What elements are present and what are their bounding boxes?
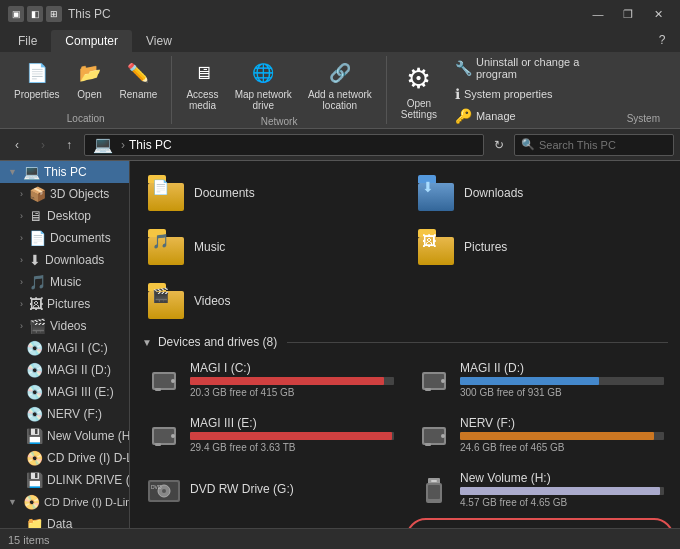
search-box[interactable]: 🔍 xyxy=(514,134,674,156)
back-button[interactable]: ‹ xyxy=(6,134,28,156)
rename-label: Rename xyxy=(120,89,158,100)
desktop-chevron: › xyxy=(20,211,23,221)
sidebar-item-downloads[interactable]: › ⬇ Downloads xyxy=(0,249,129,271)
drive-magie[interactable]: MAGI III (E:) 29.4 GB free of 3.63 TB xyxy=(138,410,402,459)
thispc-icon: 💻 xyxy=(23,164,40,180)
access-media-label: Accessmedia xyxy=(186,89,218,111)
drive-dvd[interactable]: DVD DVD RW Drive (G:) xyxy=(138,465,402,514)
folder-videos[interactable]: 🎬 Videos xyxy=(138,277,402,325)
drive-magie-info: MAGI III (E:) 29.4 GB free of 3.63 TB xyxy=(190,416,394,453)
title-controls[interactable]: — ❐ ✕ xyxy=(584,0,672,28)
help-icon[interactable]: ? xyxy=(652,30,672,50)
sidebar-item-videos[interactable]: › 🎬 Videos xyxy=(0,315,129,337)
drive-nervf[interactable]: NERV (F:) 24.6 GB free of 465 GB xyxy=(408,410,672,459)
svg-point-14 xyxy=(441,434,445,438)
folder-downloads[interactable]: ⬇ Downloads xyxy=(408,169,672,217)
devices-chevron[interactable]: ▼ xyxy=(142,337,152,348)
magie-icon: 💿 xyxy=(26,384,43,400)
svg-rect-15 xyxy=(425,443,431,446)
search-input[interactable] xyxy=(539,139,667,151)
sidebar-item-newvol[interactable]: 💾 New Volume (H: xyxy=(0,425,129,447)
close-button[interactable]: ✕ xyxy=(644,0,672,28)
folder-music-name: Music xyxy=(194,240,225,254)
properties-button[interactable]: 📄 Properties xyxy=(8,56,66,103)
drive-newvol-info: New Volume (H:) 4.57 GB free of 4.65 GB xyxy=(460,471,664,508)
downloads-chevron: › xyxy=(20,255,23,265)
tab-computer[interactable]: Computer xyxy=(51,30,132,52)
map-network-drive-icon: 🌐 xyxy=(249,59,277,87)
app-icon-2: ◧ xyxy=(27,6,43,22)
drive-magic-fill xyxy=(190,377,384,385)
svg-rect-7 xyxy=(425,388,431,391)
sidebar-item-documents[interactable]: › 📄 Documents xyxy=(0,227,129,249)
drive-magic[interactable]: MAGI I (C:) 20.3 GB free of 415 GB xyxy=(138,355,402,404)
magic-icon: 💿 xyxy=(26,340,43,356)
nervf-icon: 💿 xyxy=(26,406,43,422)
drive-magie-fill xyxy=(190,432,392,440)
sidebar-item-magic[interactable]: 💿 MAGI I (C:) xyxy=(0,337,129,359)
open-settings-button[interactable]: ⚙ OpenSettings xyxy=(395,57,443,123)
sidebar-item-pictures[interactable]: › 🖼 Pictures xyxy=(0,293,129,315)
drive-dlink[interactable]: DLINK DRIVE (J:) 58.4 GB free of 58.5 GB xyxy=(408,520,672,528)
drive-magid-space: 300 GB free of 931 GB xyxy=(460,387,664,398)
folder-videos-name: Videos xyxy=(194,294,230,308)
access-media-button[interactable]: 🖥 Accessmedia xyxy=(180,56,224,114)
sidebar-item-nervf[interactable]: 💿 NERV (F:) xyxy=(0,403,129,425)
folder-documents[interactable]: 📄 Documents xyxy=(138,169,402,217)
manage-label: Manage xyxy=(476,110,516,122)
tab-view[interactable]: View xyxy=(132,30,186,52)
uninstall-button[interactable]: 🔧 Uninstall or change a program xyxy=(451,54,619,82)
minimize-button[interactable]: — xyxy=(584,0,612,28)
pictures-label: Pictures xyxy=(47,297,90,311)
up-button[interactable]: ↑ xyxy=(58,134,80,156)
sidebar-item-dlink[interactable]: 💾 DLINK DRIVE (J: xyxy=(0,469,129,491)
pictures-icon: 🖼 xyxy=(29,296,43,312)
sidebar-item-data[interactable]: 📁 Data xyxy=(0,513,129,528)
ribbon-group-system: ⚙ OpenSettings 🔧 Uninstall or change a p… xyxy=(395,56,668,124)
sidebar-item-cddrive2[interactable]: ▼ 📀 CD Drive (I) D-Lin xyxy=(0,491,129,513)
sidebar-item-3dobjects[interactable]: › 📦 3D Objects xyxy=(0,183,129,205)
folder-pictures[interactable]: 🖼 Pictures xyxy=(408,223,672,271)
refresh-button[interactable]: ↻ xyxy=(488,134,510,156)
map-network-drive-button[interactable]: 🌐 Map networkdrive xyxy=(229,56,298,114)
music-label: Music xyxy=(50,275,81,289)
svg-point-2 xyxy=(171,379,175,383)
folder-pictures-name: Pictures xyxy=(464,240,507,254)
ribbon: 📄 Properties 📂 Open ✏️ Rename Location 🖥… xyxy=(0,52,680,129)
drive-magie-progress xyxy=(190,432,394,440)
add-network-location-label: Add a networklocation xyxy=(308,89,372,111)
svg-point-19 xyxy=(162,489,166,493)
sidebar-item-desktop[interactable]: › 🖥 Desktop xyxy=(0,205,129,227)
cddrive2-chevron: ▼ xyxy=(8,497,17,507)
drive-magic-info: MAGI I (C:) 20.3 GB free of 415 GB xyxy=(190,361,394,398)
rename-button[interactable]: ✏️ Rename xyxy=(114,56,164,103)
sidebar-item-thispc[interactable]: ▼ 💻 This PC xyxy=(0,161,129,183)
drive-magie-space: 29.4 GB free of 3.63 TB xyxy=(190,442,394,453)
newvol-label: New Volume (H: xyxy=(47,429,129,443)
sidebar-item-music[interactable]: › 🎵 Music xyxy=(0,271,129,293)
maximize-button[interactable]: ❐ xyxy=(614,0,642,28)
rename-icon: ✏️ xyxy=(124,59,152,87)
add-network-location-button[interactable]: 🔗 Add a networklocation xyxy=(302,56,378,114)
thispc-label: This PC xyxy=(44,165,87,179)
drive-magid-progress xyxy=(460,377,664,385)
manage-button[interactable]: 🔑 Manage xyxy=(451,106,619,126)
sidebar: ▼ 💻 This PC › 📦 3D Objects › 🖥 Desktop ›… xyxy=(0,161,130,528)
3dobjects-chevron: › xyxy=(20,189,23,199)
tab-file[interactable]: File xyxy=(4,30,51,52)
svg-rect-11 xyxy=(155,443,161,446)
sidebar-item-cddrive[interactable]: 📀 CD Drive (I) D-L xyxy=(0,447,129,469)
address-path[interactable]: 💻 › This PC xyxy=(84,134,484,156)
sidebar-item-magie[interactable]: 💿 MAGI III (E:) xyxy=(0,381,129,403)
desktop-icon: 🖥 xyxy=(29,208,43,224)
sidebar-item-magid[interactable]: 💿 MAGI II (D:) xyxy=(0,359,129,381)
forward-button[interactable]: › xyxy=(32,134,54,156)
folder-music[interactable]: 🎵 Music xyxy=(138,223,402,271)
drive-cd[interactable]: CD Drive (I:) D-Link 0 bytes free of 1.1… xyxy=(138,520,402,528)
system-properties-button[interactable]: ℹ System properties xyxy=(451,84,619,104)
uninstall-label: Uninstall or change a program xyxy=(476,56,615,80)
drive-magid[interactable]: MAGI II (D:) 300 GB free of 931 GB xyxy=(408,355,672,404)
drive-nervf-fill xyxy=(460,432,654,440)
drive-newvol[interactable]: New Volume (H:) 4.57 GB free of 4.65 GB xyxy=(408,465,672,514)
open-button[interactable]: 📂 Open xyxy=(70,56,110,103)
